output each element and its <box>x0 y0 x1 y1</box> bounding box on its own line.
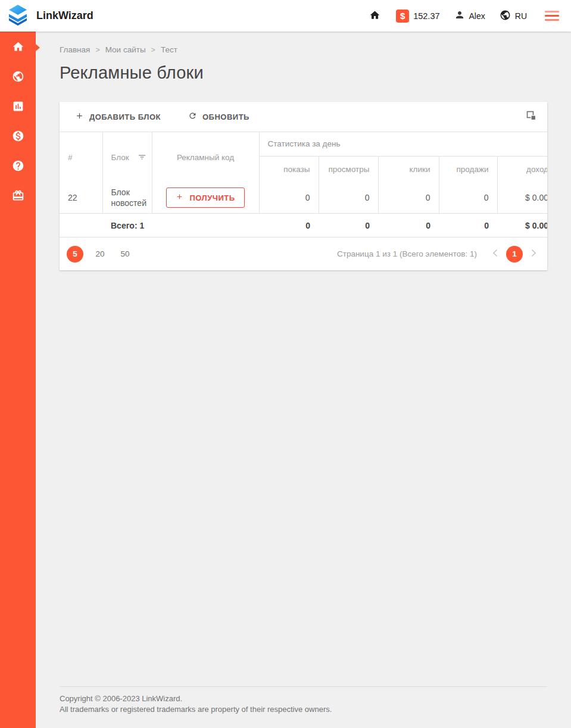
breadcrumb-separator: > <box>95 46 99 54</box>
totals-row: Всего: 1 0 0 0 0 $ 0.00 <box>60 214 547 238</box>
sidebar-item-help[interactable] <box>0 152 36 182</box>
cell-views: 0 <box>319 182 378 214</box>
main-content: Главная > Мои сайты > Тест Рекламные бло… <box>36 32 571 728</box>
globe-icon <box>12 70 24 85</box>
sidebar-item-sites[interactable] <box>0 63 36 92</box>
totals-empty <box>152 214 259 238</box>
page-size-5[interactable]: 5 <box>67 246 83 263</box>
add-block-button[interactable]: ДОБАВИТЬ БЛОК <box>69 107 167 127</box>
sidebar-item-statistics[interactable] <box>0 92 36 122</box>
language-label: RU <box>515 11 527 21</box>
dollar-badge-icon: $ <box>396 10 409 23</box>
grid-toolbar: ДОБАВИТЬ БЛОК ОБНОВИТЬ <box>60 102 547 132</box>
breadcrumb-link-my-sites[interactable]: Мои сайты <box>105 45 146 54</box>
get-code-button[interactable]: ПОЛУЧИТЬ <box>166 188 244 208</box>
cell-num: 22 <box>60 182 102 214</box>
next-page-button[interactable] <box>529 248 539 260</box>
totals-sales: 0 <box>439 214 497 238</box>
column-header-clicks[interactable]: клики <box>378 156 439 182</box>
copyright-line: Copyright © 2006-2023 LinkWizard. <box>60 693 547 704</box>
ad-blocks-card: ДОБАВИТЬ БЛОК ОБНОВИТЬ <box>60 102 547 270</box>
bar-chart-icon <box>12 100 24 115</box>
gift-icon <box>12 189 24 204</box>
add-block-label: ДОБАВИТЬ БЛОК <box>89 113 161 121</box>
balance-button[interactable]: $ 152.37 <box>396 10 439 23</box>
refresh-button[interactable]: ОБНОВИТЬ <box>182 107 255 127</box>
plus-icon <box>75 111 84 122</box>
column-header-views[interactable]: просмотры <box>319 156 378 182</box>
pager: 5 20 50 Страница 1 из 1 (Всего элементов… <box>60 238 547 270</box>
active-item-indicator <box>36 44 40 51</box>
breadcrumb-separator: > <box>151 46 155 54</box>
column-chooser-icon <box>526 114 536 123</box>
refresh-label: ОБНОВИТЬ <box>202 113 249 121</box>
page-number-1[interactable]: 1 <box>506 246 523 263</box>
get-code-label: ПОЛУЧИТЬ <box>189 193 235 202</box>
trademarks-line: All trademarks or registered trademarks … <box>60 704 547 714</box>
person-icon <box>454 10 465 22</box>
linkwizard-logo-icon <box>5 2 30 30</box>
sidebar-item-home[interactable] <box>0 33 36 63</box>
column-chooser-button[interactable] <box>524 108 539 125</box>
app-header: LinkWizard $ 152.37 Alex RU <box>0 0 571 32</box>
plus-icon <box>176 193 183 202</box>
sidebar-item-bonus[interactable] <box>0 182 36 211</box>
language-menu[interactable]: RU <box>500 10 527 23</box>
cell-clicks: 0 <box>378 182 439 214</box>
brand-logo[interactable]: LinkWizard <box>0 2 93 30</box>
column-header-income[interactable]: доход <box>497 156 547 182</box>
totals-views: 0 <box>319 214 378 238</box>
group-header-day-stats: Статистика за день <box>259 132 547 156</box>
cell-income: $ 0.00 <box>497 182 547 214</box>
menu-burger-icon[interactable] <box>545 11 559 21</box>
page-size-20[interactable]: 20 <box>92 246 108 263</box>
column-header-block[interactable]: Блок <box>102 132 152 182</box>
cell-ad-code: ПОЛУЧИТЬ <box>152 182 259 214</box>
column-header-shows[interactable]: показы <box>259 156 319 182</box>
table-row: 22 Блок новостей ПОЛУЧИТЬ 0 0 <box>60 182 547 214</box>
page-footer: Copyright © 2006-2023 LinkWizard. All tr… <box>60 686 547 714</box>
globe-icon <box>500 10 511 23</box>
column-header-code[interactable]: Рекламный код <box>152 132 259 182</box>
home-icon <box>12 40 24 55</box>
column-header-num[interactable]: # <box>60 132 102 182</box>
dollar-circle-icon <box>12 130 24 145</box>
refresh-icon <box>188 111 197 122</box>
page-title: Рекламные блоки <box>60 63 547 83</box>
totals-empty <box>60 214 102 238</box>
cell-sales: 0 <box>439 182 497 214</box>
help-icon <box>12 160 24 174</box>
totals-shows: 0 <box>259 214 319 238</box>
cell-shows: 0 <box>259 182 319 214</box>
breadcrumb: Главная > Мои сайты > Тест <box>60 45 547 54</box>
totals-label: Всего: 1 <box>102 214 152 238</box>
column-header-block-label: Блок <box>111 153 129 162</box>
user-name: Alex <box>469 11 485 21</box>
sidebar-item-finance[interactable] <box>0 122 36 152</box>
home-icon <box>369 10 380 23</box>
breadcrumb-link-home[interactable]: Главная <box>60 45 90 54</box>
user-menu[interactable]: Alex <box>454 10 485 22</box>
chevron-left-icon <box>492 249 498 259</box>
totals-income: $ 0.00 <box>497 214 547 238</box>
data-grid: # Блок Рекламный код <box>60 132 547 238</box>
home-button[interactable] <box>369 10 380 23</box>
chevron-right-icon <box>531 249 536 259</box>
page-size-50[interactable]: 50 <box>117 246 133 263</box>
cell-block-name: Блок новостей <box>102 182 152 214</box>
prev-page-button[interactable] <box>490 248 500 260</box>
brand-title: LinkWizard <box>36 10 93 22</box>
pager-info: Страница 1 из 1 (Всего элементов: 1) <box>337 249 477 258</box>
totals-clicks: 0 <box>378 214 439 238</box>
sidebar <box>0 32 36 728</box>
filter-icon[interactable] <box>138 153 146 162</box>
balance-amount: 152.37 <box>413 11 439 21</box>
column-header-sales[interactable]: продажи <box>439 156 497 182</box>
breadcrumb-current: Тест <box>161 45 177 54</box>
